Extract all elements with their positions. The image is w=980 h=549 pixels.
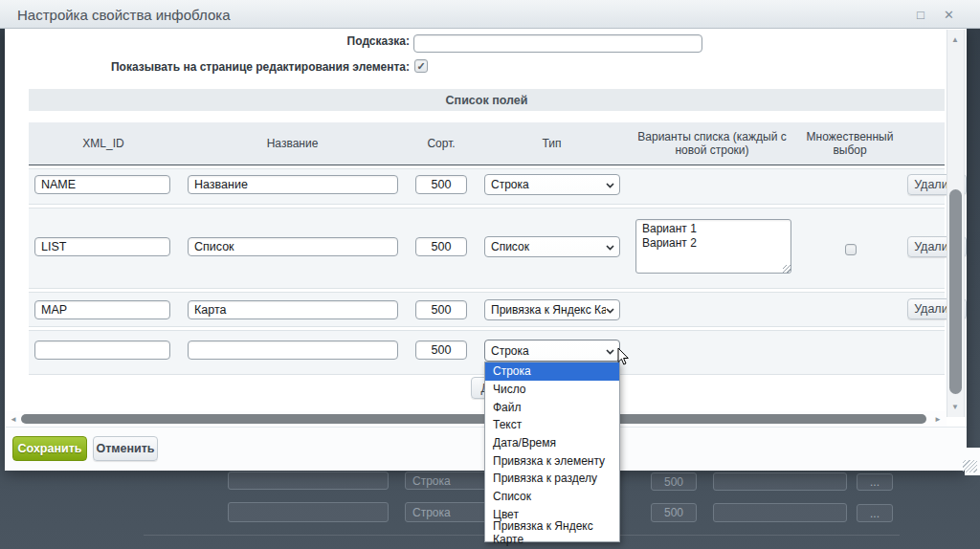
scroll-left-icon[interactable]: ◄ [10, 415, 17, 424]
xml-id-input[interactable] [34, 300, 170, 319]
type-select-value: Список [491, 240, 606, 253]
screen: Строка 500 ... Строка 500 ... Настройка … [0, 0, 980, 549]
scroll-down-icon[interactable]: ▼ [951, 403, 959, 411]
hint-input[interactable] [413, 34, 702, 53]
name-input[interactable] [188, 237, 398, 256]
sort-input[interactable] [415, 237, 467, 256]
dialog-title: Настройка свойства инфоблока [17, 7, 230, 23]
column-header-xml-id: XML_ID [29, 122, 178, 165]
section-header: Список полей [29, 89, 945, 111]
type-dropdown-list: Строка Число Файл Текст Дата/Время Привя… [484, 362, 620, 542]
show-on-edit-label: Показывать на странице редактирования эл… [29, 60, 410, 74]
table-header-row: XML_ID Название Сорт. Тип Варианты списк… [29, 122, 945, 165]
column-header-name: Название [178, 122, 407, 165]
section-title: Список полей [446, 94, 528, 107]
name-input[interactable] [188, 300, 398, 319]
variants-textarea[interactable]: Вариант 1 Вариант 2 [635, 219, 791, 274]
background-input [228, 472, 389, 490]
name-input[interactable] [188, 340, 398, 360]
dropdown-option-privyazka-k-razdelu[interactable]: Привязка к разделу [485, 470, 619, 488]
chevron-down-icon [606, 303, 614, 317]
background-input [228, 502, 389, 522]
background-input [713, 472, 847, 491]
scroll-right-icon[interactable]: ► [934, 415, 942, 424]
type-select[interactable]: Список [484, 236, 620, 257]
column-header-sort: Сорт. [407, 122, 476, 165]
vertical-scrollbar-thumb[interactable] [949, 189, 962, 394]
multiple-checkbox[interactable] [845, 244, 857, 255]
sort-input[interactable] [415, 340, 467, 360]
dropdown-option-tekst[interactable]: Текст [485, 416, 619, 434]
hint-label: Подсказка: [314, 34, 410, 48]
save-button[interactable]: Сохранить [12, 436, 87, 461]
xml-id-input[interactable] [34, 175, 170, 194]
chevron-down-icon [606, 344, 614, 358]
background-more-label: ... [870, 507, 880, 520]
background-sort-value: 500 [664, 475, 683, 489]
background-more-button: ... [857, 504, 893, 522]
type-select[interactable]: Строка [484, 174, 620, 195]
type-select-value: Строка [491, 178, 606, 191]
name-input[interactable] [188, 175, 398, 194]
xml-id-input[interactable] [34, 237, 170, 256]
background-more-label: ... [870, 475, 880, 489]
column-header-type: Тип [476, 122, 628, 165]
background-input [713, 503, 847, 522]
background-type-value: Строка [412, 474, 451, 488]
column-header-variants: Варианты списка (каждый с новой строки) [628, 122, 796, 165]
dropdown-option-spisok[interactable]: Список [485, 488, 619, 506]
type-select-open[interactable]: Строка [484, 340, 620, 362]
dropdown-option-stroka[interactable]: Строка [485, 362, 619, 381]
scroll-up-icon[interactable]: ▲ [951, 35, 959, 44]
background-more-button: ... [857, 473, 893, 491]
xml-id-input[interactable] [34, 340, 170, 360]
type-select-value: Привязка к Яндекс Карте [491, 303, 606, 317]
background-sort-input: 500 [651, 503, 697, 522]
dropdown-option-fail[interactable]: Файл [485, 398, 619, 416]
chevron-down-icon [606, 240, 614, 253]
background-sort-input: 500 [651, 472, 697, 491]
chevron-down-icon [606, 178, 614, 191]
dropdown-option-data-vremya[interactable]: Дата/Время [485, 434, 619, 452]
type-select-value: Строка [491, 344, 606, 358]
dropdown-option-privyazka-k-yandeks-karte[interactable]: Привязка к Яндекс Карте [485, 523, 619, 541]
type-select[interactable]: Привязка к Яндекс Карте [484, 299, 620, 320]
background-type-value: Строка [412, 506, 451, 519]
dropdown-option-privyazka-k-elementu[interactable]: Привязка к элементу [485, 451, 619, 470]
resize-grip-icon[interactable] [963, 460, 977, 472]
show-on-edit-checkbox[interactable]: ✓ [414, 59, 428, 73]
sort-input[interactable] [415, 300, 467, 319]
dropdown-option-chislo[interactable]: Число [485, 381, 619, 399]
sort-input[interactable] [415, 175, 467, 194]
cancel-button[interactable]: Отменить [93, 436, 158, 461]
horizontal-scrollbar-thumb[interactable] [21, 414, 926, 424]
column-header-multiple: Множественный выбор [796, 122, 903, 165]
background-sort-value: 500 [664, 506, 683, 519]
check-icon: ✓ [416, 60, 425, 73]
maximize-icon[interactable]: □ [917, 8, 924, 22]
close-icon[interactable]: ✕ [944, 8, 954, 22]
